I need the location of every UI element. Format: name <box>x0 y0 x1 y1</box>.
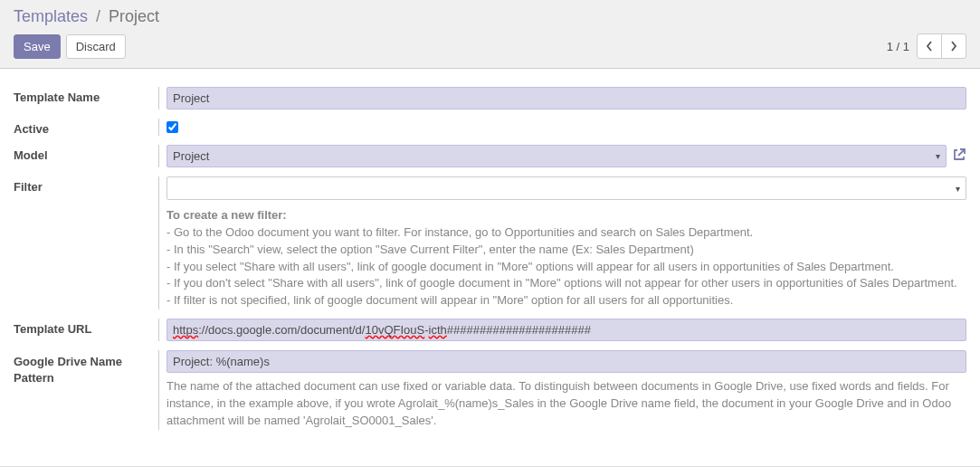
caret-down-icon: ▾ <box>936 151 940 161</box>
label-model: Model <box>14 145 158 162</box>
gdrive-name-pattern-input[interactable] <box>167 350 966 373</box>
breadcrumb-current: Project <box>109 7 159 25</box>
active-checkbox[interactable] <box>167 121 178 133</box>
filter-select[interactable]: ▾ <box>167 176 966 200</box>
breadcrumb-sep: / <box>96 7 100 25</box>
label-active: Active <box>14 119 158 136</box>
breadcrumb-root-link[interactable]: Templates <box>14 7 88 25</box>
open-external-link-button[interactable] <box>952 148 966 165</box>
breadcrumb: Templates / Project <box>14 7 966 26</box>
label-template-name: Template Name <box>14 87 158 104</box>
pager-next-button[interactable] <box>941 33 966 59</box>
external-link-icon <box>952 148 966 162</box>
label-filter: Filter <box>14 176 158 194</box>
gdrive-help-text: The name of the attached document can us… <box>167 378 966 430</box>
model-select[interactable]: Project ▾ <box>167 145 947 167</box>
label-template-url: Template URL <box>14 319 158 336</box>
label-gdrive-name-pattern: Google Drive Name Pattern <box>14 350 158 386</box>
chevron-left-icon <box>926 41 933 52</box>
chevron-right-icon <box>950 41 957 52</box>
model-select-value: Project <box>173 149 209 163</box>
pager-text: 1 / 1 <box>887 40 909 53</box>
save-button[interactable]: Save <box>14 34 61 59</box>
discard-button[interactable]: Discard <box>66 34 126 59</box>
filter-help-text: To create a new filter: - Go to the Odoo… <box>167 207 966 309</box>
pager-prev-button[interactable] <box>917 33 942 59</box>
template-name-input[interactable] <box>167 87 966 109</box>
template-url-input[interactable]: https://docs.google.com/document/d/10vQF… <box>167 319 966 341</box>
caret-down-icon: ▾ <box>956 184 960 194</box>
